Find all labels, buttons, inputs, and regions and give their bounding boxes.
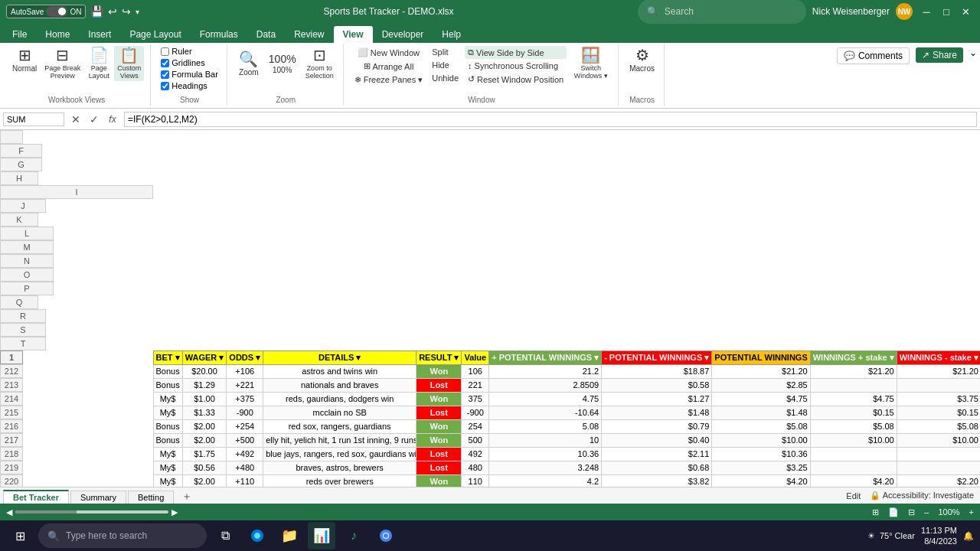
macros-btn[interactable]: ⚙ Macros	[626, 46, 658, 74]
col-header-o[interactable]: O	[0, 268, 54, 282]
share-btn[interactable]: ↗ Share	[916, 47, 963, 63]
cancel-formula-icon[interactable]: ✕	[67, 111, 84, 128]
split-btn[interactable]: Split	[429, 46, 451, 58]
row-1-num: 1	[0, 350, 23, 364]
normal-btn[interactable]: ⊞ Normal	[9, 46, 40, 74]
task-view-btn[interactable]: ⧉	[211, 522, 239, 549]
view-side-by-side-btn[interactable]: ⧉ View Side by Side	[465, 46, 567, 59]
col-header-g[interactable]: G	[0, 158, 42, 171]
reset-window-btn[interactable]: ↺ Reset Window Position	[465, 73, 567, 86]
col-header-f[interactable]: F	[0, 144, 42, 158]
redo-icon[interactable]: ↪	[122, 5, 131, 18]
ruler-checkbox[interactable]	[161, 47, 169, 56]
col-header-j[interactable]: J	[0, 199, 46, 213]
tab-summary[interactable]: Summary	[70, 491, 126, 504]
title-search[interactable]: 🔍 Search	[638, 0, 806, 24]
headings-checkbox[interactable]	[161, 82, 169, 90]
formula-bar-checkbox[interactable]	[161, 70, 169, 79]
ruler-check[interactable]: Ruler	[158, 46, 220, 57]
switch-windows-btn[interactable]: 🪟 SwitchWindows ▾	[571, 46, 611, 81]
workbook-views-group: ⊞ Normal ⊟ Page BreakPreview 📄 PageLayou…	[3, 44, 151, 106]
tab-view[interactable]: View	[334, 26, 373, 43]
close-icon[interactable]: ✕	[959, 4, 974, 19]
taskbar-search[interactable]: 🔍 Type here to search	[38, 523, 207, 548]
formula-bar-check[interactable]: Formula Bar	[158, 69, 220, 80]
tab-formulas[interactable]: Formulas	[191, 26, 247, 43]
view-normal-icon[interactable]: ⊞	[872, 507, 879, 517]
col-header-k[interactable]: K	[0, 213, 38, 227]
dropdown-icon[interactable]: ▾	[136, 8, 139, 16]
page-layout-icon: 📄	[90, 47, 109, 63]
zoom-out-btn[interactable]: –	[924, 507, 929, 517]
spotify-btn[interactable]: ♪	[340, 522, 368, 549]
chrome-btn[interactable]	[372, 522, 400, 549]
unhide-btn[interactable]: Unhide	[429, 72, 462, 84]
headings-check[interactable]: Headings	[158, 80, 220, 91]
zoom-100-icon: 100%	[269, 54, 296, 64]
zoom-level: 100%	[938, 507, 959, 517]
restore-icon[interactable]: □	[939, 4, 954, 19]
tab-file[interactable]: File	[3, 26, 36, 43]
show-label: Show	[180, 96, 199, 104]
sync-scrolling-btn[interactable]: ↕ Synchronous Scrolling	[465, 60, 567, 72]
new-window-btn[interactable]: ⬜ New Window	[354, 46, 423, 59]
name-box[interactable]	[3, 112, 64, 126]
tab-insert[interactable]: Insert	[79, 26, 120, 43]
insert-function-icon[interactable]: fx	[104, 111, 121, 128]
tab-developer[interactable]: Developer	[373, 26, 433, 43]
edge-btn[interactable]	[243, 522, 271, 549]
autosave-state: ON	[70, 8, 81, 16]
tab-bet-tracker[interactable]: Bet Tracker	[3, 490, 69, 504]
page-layout-btn[interactable]: 📄 PageLayout	[85, 46, 113, 81]
col-header-i[interactable]: I	[0, 185, 153, 199]
tab-betting[interactable]: Betting	[128, 491, 174, 504]
tab-help[interactable]: Help	[433, 26, 470, 43]
gridlines-check[interactable]: Gridlines	[158, 57, 220, 68]
tab-data[interactable]: Data	[247, 26, 285, 43]
zoom-btn[interactable]: 🔍 Zoom	[235, 50, 263, 78]
ribbon-collapse-btn[interactable]: ⌄	[969, 47, 977, 58]
custom-views-btn[interactable]: 📋 CustomViews	[114, 46, 144, 81]
view-layout-icon[interactable]: 📄	[888, 507, 899, 517]
excel-btn[interactable]: 📊	[308, 522, 335, 549]
freeze-panes-btn[interactable]: ❄ Freeze Panes ▾	[351, 73, 426, 86]
save-icon[interactable]: 💾	[90, 5, 103, 18]
col-header-m[interactable]: M	[0, 240, 54, 254]
start-btn[interactable]: ⊞	[6, 522, 34, 549]
formula-input[interactable]	[124, 112, 977, 127]
explorer-btn[interactable]: 📁	[276, 522, 303, 549]
col-header-t[interactable]: T	[0, 337, 46, 350]
undo-icon[interactable]: ↩	[108, 5, 117, 18]
sheet-nav-left[interactable]: ◀	[6, 507, 12, 517]
tab-home[interactable]: Home	[36, 26, 79, 43]
tab-page-layout[interactable]: Page Layout	[120, 26, 190, 43]
notifications-btn[interactable]: 🔔	[963, 531, 974, 541]
col-header-p[interactable]: P	[0, 282, 54, 295]
add-sheet-btn[interactable]: ＋	[178, 490, 195, 504]
username: Nick Weisenberger	[812, 6, 890, 17]
col-header-r[interactable]: R	[0, 309, 46, 323]
gridlines-checkbox[interactable]	[161, 59, 169, 67]
zoom-in-btn[interactable]: +	[969, 507, 974, 517]
arrange-all-btn[interactable]: ⊞ Arrange All	[361, 60, 417, 73]
confirm-formula-icon[interactable]: ✓	[86, 111, 103, 128]
tab-review[interactable]: Review	[285, 26, 333, 43]
view-preview-icon[interactable]: ⊟	[908, 507, 915, 517]
col-header-h[interactable]: H	[0, 171, 38, 185]
col-header-l[interactable]: L	[0, 227, 54, 240]
col-header-s[interactable]: S	[0, 323, 46, 337]
col-header-n[interactable]: N	[0, 254, 54, 268]
zoom-100-btn[interactable]: 100% 100%	[266, 52, 299, 76]
sheet-nav-right[interactable]: ▶	[172, 507, 178, 517]
table-row: 214My$$1.00+375reds, gaurdians, dodgers …	[0, 392, 980, 406]
zoom-selection-btn[interactable]: ⊡ Zoom toSelection	[302, 46, 337, 81]
comments-btn[interactable]: 💬 Comments	[837, 47, 910, 64]
zoom-icon: 🔍	[239, 51, 258, 67]
weather-temp: 75° Clear	[880, 531, 915, 540]
col-header-q[interactable]: Q	[0, 295, 38, 309]
minimize-icon[interactable]: ─	[919, 4, 934, 19]
grid-container[interactable]: F G H I J K L M N O P Q R S T 1	[0, 130, 980, 487]
hide-btn[interactable]: Hide	[429, 59, 452, 71]
autosave-toggle[interactable]	[46, 6, 67, 17]
page-break-preview-btn[interactable]: ⊟ Page BreakPreview	[41, 46, 83, 81]
